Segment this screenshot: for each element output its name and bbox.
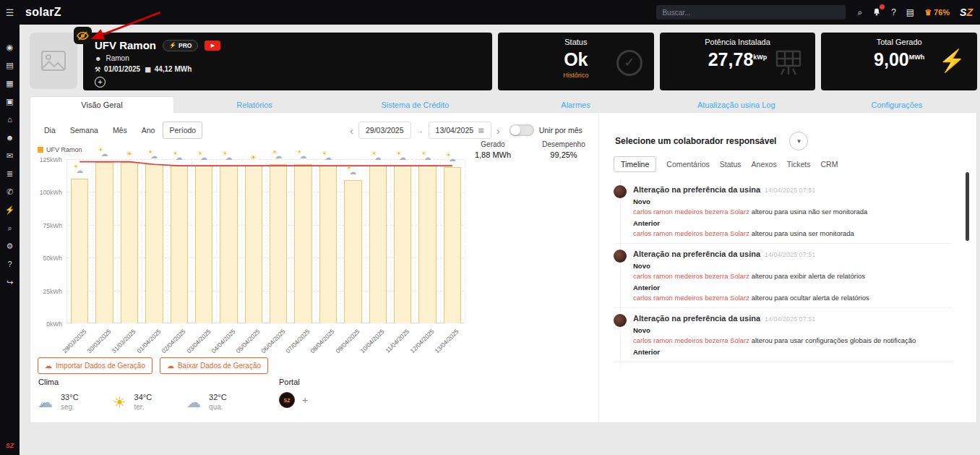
plan-usage-indicator[interactable]: ♛ 76% bbox=[924, 8, 950, 17]
sidebar-energy-icon[interactable]: ⚡ bbox=[5, 206, 15, 214]
chevron-right-icon[interactable]: › bbox=[497, 125, 500, 136]
import-generation-data-button[interactable]: ☁ Importar Dados de Geração bbox=[38, 357, 152, 374]
sidebar-whatsapp-icon[interactable]: ✆ bbox=[7, 188, 13, 196]
solar-panel-icon bbox=[773, 50, 804, 79]
x-tick-label: 02/04/2025 bbox=[160, 328, 187, 354]
timeline-tab-status[interactable]: Status bbox=[720, 160, 742, 169]
plant-tabs: Visão GeralRelatóriosSistema de CréditoA… bbox=[30, 96, 977, 113]
weather-icon: ☁ bbox=[186, 395, 201, 409]
timeline-tab-anexos[interactable]: Anexos bbox=[752, 160, 777, 169]
author-link[interactable]: carlos ramon medeiros bezerra Solarz bbox=[633, 294, 749, 302]
sidebar-clients-icon[interactable]: ☻ bbox=[6, 134, 14, 142]
help-icon[interactable]: ? bbox=[891, 8, 896, 17]
timeline-entry-timestamp: 14/04/2025 07:51 bbox=[765, 251, 815, 258]
sidebar-messages-icon[interactable]: ✉ bbox=[7, 152, 13, 160]
chart-weather-icon: ☀☁ bbox=[200, 154, 207, 161]
chart-weather-icon: ☀☁ bbox=[349, 169, 356, 176]
tab-relatorios[interactable]: Relatórios bbox=[174, 96, 335, 113]
cloud-upload-icon: ☁ bbox=[45, 362, 52, 370]
y-axis: 0kWh25kWh50kWh75kWh100kWh125kWh bbox=[36, 159, 64, 323]
person-icon: ☻ bbox=[95, 55, 101, 62]
weather-day: ☁∕∕33°Cseg. bbox=[38, 393, 79, 411]
lightning-icon: ⚡ bbox=[939, 48, 966, 72]
chart-weather-icon: ☀☁ bbox=[275, 153, 282, 160]
collaborator-select: Selecione um colaborador responsável ▾ bbox=[615, 132, 808, 150]
add-tag-button[interactable]: + bbox=[95, 77, 106, 88]
y-tick-label: 100kWh bbox=[40, 189, 62, 196]
timeline-tab-timeline[interactable]: Timeline bbox=[614, 156, 656, 172]
tab-atualizacao-usina-log[interactable]: Atualização usina Log bbox=[656, 96, 817, 113]
power-title: Potência Instalada bbox=[660, 38, 816, 46]
chevron-left-icon[interactable]: ‹ bbox=[350, 125, 353, 136]
toggle-label: Unir por mês bbox=[539, 126, 583, 135]
sidebar-reports-icon[interactable]: ▦ bbox=[6, 80, 13, 88]
tab-sistema-de-credito[interactable]: Sistema de Crédito bbox=[335, 96, 495, 113]
period-mes[interactable]: Mês bbox=[106, 122, 134, 139]
tab-visao-geral[interactable]: Visão Geral bbox=[30, 96, 174, 113]
author-link[interactable]: carlos ramon medeiros bezerra Solarz bbox=[633, 208, 749, 216]
legend-swatch bbox=[38, 147, 43, 153]
end-date-input[interactable]: 13/04/2025▦ bbox=[429, 122, 491, 139]
portal-logo[interactable]: SZ bbox=[279, 392, 295, 408]
weather-day-label: ter. bbox=[134, 403, 152, 411]
plant-photo-placeholder[interactable] bbox=[30, 33, 77, 89]
x-tick-label: 08/04/2025 bbox=[309, 328, 336, 354]
period-dia[interactable]: Dia bbox=[38, 122, 62, 139]
bell-icon[interactable] bbox=[872, 7, 881, 18]
search-icon[interactable]: ⌕ bbox=[857, 8, 862, 17]
tab-configuracoes[interactable]: Configurações bbox=[817, 96, 977, 113]
content-panel: DiaSemanaMêsAnoPeríodo ‹ 29/03/2025 → 13… bbox=[30, 113, 977, 423]
clipboard-icon[interactable]: ▤ bbox=[906, 8, 914, 17]
unir-por-mes-toggle[interactable] bbox=[510, 124, 534, 136]
weather-icon: ☀ bbox=[113, 395, 126, 409]
sidebar-settings-icon[interactable]: ⚙ bbox=[7, 242, 14, 250]
activity-section: Selecione um colaborador responsável ▾ T… bbox=[598, 113, 976, 422]
chart-weather-icon: ☀☁ bbox=[300, 153, 307, 160]
summary-cards: UFV Ramon ⚡ PRO ▶ ☻ Ramon ⚒ 01/01/2025 ▦… bbox=[30, 33, 977, 90]
timeline-tab-comentarios[interactable]: Comentários bbox=[666, 160, 710, 169]
timeline-tab-tickets[interactable]: Tickets bbox=[787, 160, 811, 169]
sidebar-plants-icon[interactable]: ≣ bbox=[7, 170, 13, 178]
sidebar-search-icon[interactable]: ⌕ bbox=[7, 224, 12, 232]
timeline-list: Alteração na preferência da usina14/04/2… bbox=[614, 179, 952, 367]
tab-alarmes[interactable]: Alarmes bbox=[495, 96, 656, 113]
install-date: 01/01/2025 bbox=[104, 65, 140, 73]
calendar-icon: ▦ bbox=[145, 66, 151, 73]
search-input[interactable] bbox=[656, 5, 846, 20]
collaborator-dropdown-button[interactable]: ▾ bbox=[789, 132, 808, 150]
check-circle-icon: ✓ bbox=[616, 50, 642, 76]
add-portal-button[interactable]: + bbox=[302, 394, 308, 406]
menu-icon[interactable]: ☰ bbox=[0, 7, 20, 18]
solarz-brand-icon[interactable]: SZ bbox=[960, 7, 973, 18]
chart-weather-icon: ☀☁ bbox=[374, 154, 382, 161]
toggle-knob bbox=[510, 125, 520, 135]
bolt-icon: ⚡ bbox=[169, 42, 176, 48]
download-generation-data-button[interactable]: ☁ Baixar Dados de Geração bbox=[160, 357, 268, 374]
author-link[interactable]: carlos ramon medeiros bezerra Solarz bbox=[633, 272, 749, 280]
chart-weather-icon: ☀ bbox=[250, 154, 257, 161]
collaborator-label: Selecione um colaborador responsável bbox=[615, 136, 776, 146]
author-link[interactable]: carlos ramon medeiros bezerra Solarz bbox=[633, 336, 749, 344]
sidebar-help-icon[interactable]: ? bbox=[7, 260, 12, 268]
period-periodo[interactable]: Período bbox=[163, 122, 202, 139]
author-link[interactable]: carlos ramon medeiros bezerra Solarz bbox=[633, 229, 749, 237]
crown-icon: ♛ bbox=[924, 8, 932, 17]
anterior-label: Anterior bbox=[633, 219, 867, 227]
not-monitored-eye-icon[interactable] bbox=[74, 27, 92, 44]
sidebar-screens-icon[interactable]: ▣ bbox=[6, 98, 13, 106]
chart-weather-icon: ☀☁ bbox=[101, 150, 108, 158]
timeline-tab-crm[interactable]: CRM bbox=[821, 160, 838, 169]
period-ano[interactable]: Ano bbox=[135, 122, 162, 139]
chart-section: DiaSemanaMêsAnoPeríodo ‹ 29/03/2025 → 13… bbox=[30, 113, 598, 422]
sidebar-overview-icon[interactable]: ◉ bbox=[7, 43, 14, 51]
sidebar-charts-icon[interactable]: ▤ bbox=[6, 61, 13, 69]
sidebar-logout-icon[interactable]: ↪ bbox=[7, 278, 13, 286]
period-semana[interactable]: Semana bbox=[64, 122, 105, 139]
start-date-input[interactable]: 29/03/2025 bbox=[358, 122, 411, 139]
timeline-scrollbar[interactable] bbox=[966, 172, 969, 241]
weather-temp: 34°C bbox=[134, 393, 152, 401]
sidebar-home-icon[interactable]: ⌂ bbox=[7, 116, 12, 124]
x-tick-label: 10/04/2025 bbox=[359, 328, 386, 354]
x-tick-label: 04/04/2025 bbox=[210, 328, 236, 354]
youtube-icon[interactable]: ▶ bbox=[205, 41, 220, 51]
